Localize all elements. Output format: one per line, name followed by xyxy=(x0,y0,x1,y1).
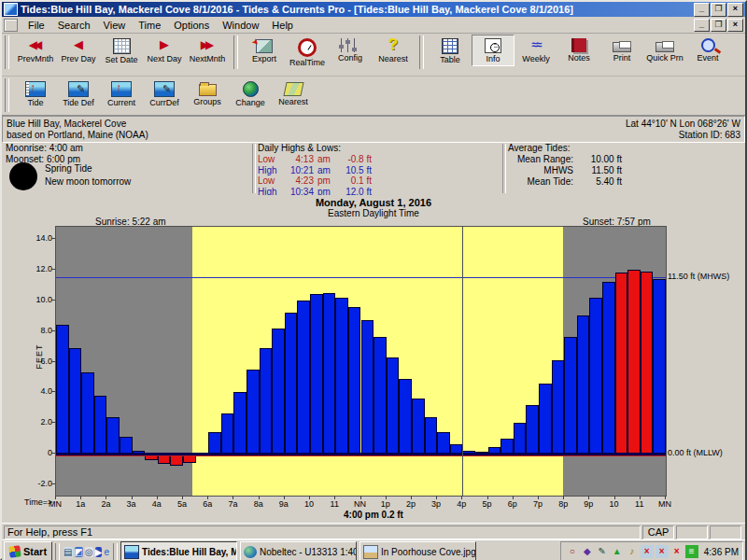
nearest-button[interactable]: Nearest xyxy=(372,35,415,66)
network-offline2-tray-icon[interactable]: × xyxy=(655,545,669,558)
x-tick-label: 3p xyxy=(425,499,447,509)
media-player-icon[interactable]: ◎ xyxy=(85,547,93,557)
wave-icon xyxy=(525,36,547,53)
x-axis-title: Time=> xyxy=(24,497,52,507)
child-window-icon[interactable] xyxy=(4,19,18,32)
groups-button[interactable]: Groups xyxy=(186,77,229,109)
config-button[interactable]: Config xyxy=(329,35,372,65)
event-button[interactable]: Event xyxy=(686,35,729,65)
tide-def-button[interactable]: Tide Def xyxy=(57,77,100,110)
x-tick-label: MN xyxy=(654,499,676,509)
quick-print-button[interactable]: Quick Prn xyxy=(643,35,686,65)
nearest-map-button[interactable]: Nearest xyxy=(272,77,315,109)
table-button[interactable]: Table xyxy=(429,35,472,67)
toolbar-button-label: CurrDef xyxy=(144,98,185,107)
player-flag-icon[interactable]: ▶ xyxy=(95,547,103,557)
toolbar-button-label: RealTime xyxy=(287,58,328,67)
tide-chart: Monday, August 1, 2016 Eastern Daylight … xyxy=(2,195,745,523)
taskbar-separator xyxy=(55,543,60,560)
x-tick-label: 10 xyxy=(298,499,320,509)
tide-bar xyxy=(425,417,438,454)
y-tick xyxy=(51,300,55,301)
tide-bar xyxy=(437,432,450,454)
find-tray-icon[interactable]: ○ xyxy=(566,545,579,558)
average-value: 5.40 ft xyxy=(573,176,622,188)
average-label: Mean Tide: xyxy=(508,176,573,188)
prev-month-button[interactable]: PrevMnth xyxy=(14,35,57,66)
task-photo[interactable]: In Poorhouse Cove.jpg - ... xyxy=(359,541,476,560)
toolbar-button-label: PrevMnth xyxy=(15,54,56,63)
child-restore-button[interactable]: ❐ xyxy=(711,19,726,32)
tide-time: 4:23 xyxy=(284,175,314,187)
status-help-text: For Help, press F1 xyxy=(4,525,641,539)
info-button[interactable]: Info xyxy=(472,35,514,66)
export-button[interactable]: Export xyxy=(243,35,286,66)
menu-search[interactable]: Search xyxy=(51,18,97,33)
menu-file[interactable]: File xyxy=(21,18,51,33)
signal-tray-icon[interactable]: ≡ xyxy=(685,545,698,558)
toolbar-button-label: Set Date xyxy=(101,55,142,64)
notes-button[interactable]: Notes xyxy=(557,35,600,65)
set-date-button[interactable]: Set Date xyxy=(100,35,143,67)
show-desktop-icon[interactable]: ▤ xyxy=(63,547,72,557)
internet-explorer-icon[interactable]: e xyxy=(104,547,109,557)
change-button[interactable]: Change xyxy=(229,77,272,110)
next-month-button[interactable]: NextMnth xyxy=(186,35,229,66)
tide-bar xyxy=(120,437,133,454)
outlook-icon[interactable]: ◩ xyxy=(75,547,83,557)
power-tray-icon[interactable]: ▲ xyxy=(611,545,624,558)
task-tides[interactable]: Tides:Blue Hill Bay, Ma... xyxy=(120,541,237,560)
toolbar-button-label: Prev Day xyxy=(58,54,99,63)
tide-bar xyxy=(500,439,514,454)
shield-tray-icon[interactable]: ◆ xyxy=(581,545,594,558)
prev-day-button[interactable]: Prev Day xyxy=(57,35,100,66)
current-button[interactable]: Current xyxy=(100,77,143,110)
daily-row: Low4:23pm0.1 ft xyxy=(258,175,502,187)
menu-time[interactable]: Time xyxy=(132,18,167,33)
mhws-line xyxy=(56,277,666,278)
network-offline-tray-icon[interactable]: × xyxy=(641,545,654,558)
disconnect-tray-icon[interactable]: × xyxy=(670,545,684,558)
tide-plot-area[interactable] xyxy=(55,226,667,497)
y-tick xyxy=(51,238,55,239)
tide-bar xyxy=(69,348,82,454)
menu-help[interactable]: Help xyxy=(265,18,300,33)
daily-highs-lows-panel: Daily Highs & Lows: Low4:13am-0.8 ftHigh… xyxy=(254,142,502,195)
current-def-button[interactable]: CurrDef xyxy=(143,77,186,110)
tide-bar xyxy=(323,293,336,454)
pen-tray-icon[interactable]: ✎ xyxy=(596,545,609,558)
close-button[interactable]: × xyxy=(727,3,743,17)
tide-ampm: am xyxy=(314,165,334,176)
minimize-button[interactable]: _ xyxy=(694,3,710,17)
start-button[interactable]: Start xyxy=(4,541,52,560)
toolbar-button-label: Tide Def xyxy=(58,98,99,107)
average-value: 10.00 ft xyxy=(573,154,622,165)
x-tick-label: 9p xyxy=(577,499,599,509)
next-day-button[interactable]: Next Day xyxy=(143,35,186,66)
moon-panel: Moonrise: 4:00 am Moonset: 6:00 pm Sprin… xyxy=(2,142,252,195)
speaker-tray-icon[interactable]: ♪ xyxy=(626,545,639,558)
window-title: Tides:Blue Hill Bay, Mackerel Cove 8/1/2… xyxy=(21,4,693,15)
average-label: Mean Range: xyxy=(508,154,573,165)
tide-bar xyxy=(577,315,590,454)
menu-view[interactable]: View xyxy=(97,18,133,33)
toolbar-separator xyxy=(5,78,9,112)
child-close-button[interactable]: × xyxy=(727,19,743,32)
tide-type: Low xyxy=(258,154,284,165)
y-tick-label: 4.0 xyxy=(28,386,52,396)
title-bar: Tides:Blue Hill Bay, Mackerel Cove 8/1/2… xyxy=(2,2,745,17)
tide-button[interactable]: Tide xyxy=(14,77,57,110)
tide-bar xyxy=(247,370,260,454)
menu-options[interactable]: Options xyxy=(167,18,216,33)
task-nobeltec[interactable]: Nobeltec - U13313 1:40,0... xyxy=(240,541,357,560)
menu-window[interactable]: Window xyxy=(216,18,265,33)
weekly-button[interactable]: Weekly xyxy=(514,35,557,66)
taskbar-clock[interactable]: 4:36 PM xyxy=(704,547,739,557)
realtime-button[interactable]: RealTime xyxy=(286,35,329,70)
y-tick-label: 6.0 xyxy=(28,357,52,366)
print-button[interactable]: Print xyxy=(600,35,643,65)
reference-line-label: 0.00 ft (MLLW) xyxy=(668,448,723,457)
child-minimize-button[interactable]: _ xyxy=(694,19,710,32)
x-tick-label: 5p xyxy=(476,499,499,509)
restore-button[interactable]: ❐ xyxy=(711,3,726,17)
